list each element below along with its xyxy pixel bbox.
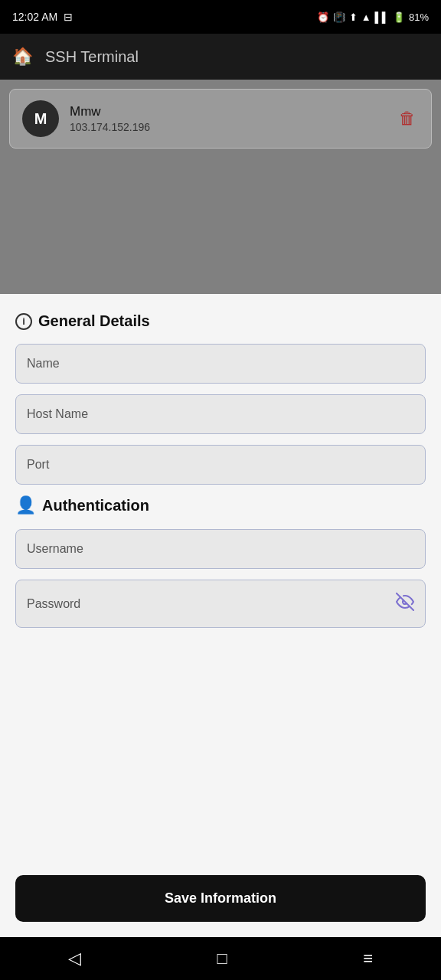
avatar: M	[22, 100, 59, 137]
delete-button[interactable]: 🗑	[396, 106, 419, 132]
port-field-container[interactable]	[15, 445, 426, 485]
connection-name: Mmw	[70, 104, 150, 119]
signal-icon: ▌▌	[375, 11, 389, 23]
vibrate-icon: 📳	[333, 11, 345, 23]
home-icon[interactable]: 🏠	[12, 47, 33, 67]
hostname-field-container[interactable]	[15, 394, 426, 434]
connection-card-left: M Mmw 103.174.152.196	[22, 100, 150, 137]
nav-bar: ◁ □ ≡	[0, 937, 441, 980]
name-field-container[interactable]	[15, 344, 426, 384]
data-icon: ⬆	[349, 11, 358, 23]
home-nav-icon[interactable]: □	[201, 942, 242, 975]
status-bar-left: 12:02 AM ⊟	[12, 11, 73, 23]
port-input[interactable]	[27, 458, 414, 472]
username-field-container[interactable]	[15, 529, 426, 569]
password-input[interactable]	[27, 597, 396, 611]
form-area: i General Details 👤 Authentication	[0, 294, 441, 866]
general-details-title: General Details	[38, 312, 150, 330]
wifi-icon: ▲	[361, 11, 371, 23]
status-bar: 12:02 AM ⊟ ⏰ 📳 ⬆ ▲ ▌▌ 🔋 81%	[0, 0, 441, 34]
time-display: 12:02 AM	[12, 11, 57, 23]
connection-ip: 103.174.152.196	[70, 121, 150, 133]
sim-icon: ⊟	[64, 11, 73, 23]
battery-percent: 81%	[409, 11, 429, 23]
connection-list-area: M Mmw 103.174.152.196 🗑	[0, 80, 441, 294]
username-input[interactable]	[27, 542, 414, 556]
person-icon: 👤	[15, 495, 36, 515]
toggle-password-icon[interactable]	[396, 593, 414, 615]
password-field-container[interactable]	[15, 580, 426, 628]
app-title: SSH Terminal	[45, 48, 139, 66]
connection-card[interactable]: M Mmw 103.174.152.196 🗑	[9, 89, 432, 149]
connection-info: Mmw 103.174.152.196	[70, 104, 150, 133]
authentication-title: Authentication	[42, 497, 149, 514]
status-bar-right: ⏰ 📳 ⬆ ▲ ▌▌ 🔋 81%	[317, 11, 429, 23]
alarm-icon: ⏰	[317, 11, 329, 23]
save-button[interactable]: Save Information	[15, 875, 426, 922]
battery-icon: 🔋	[393, 11, 405, 23]
hostname-input[interactable]	[27, 407, 414, 421]
back-icon[interactable]: ◁	[53, 942, 96, 975]
save-button-container: Save Information	[0, 866, 441, 937]
general-details-header: i General Details	[15, 312, 426, 330]
info-icon: i	[15, 313, 32, 330]
name-input[interactable]	[27, 357, 414, 371]
app-bar: 🏠 SSH Terminal	[0, 34, 441, 80]
menu-icon[interactable]: ≡	[348, 942, 388, 975]
authentication-header: 👤 Authentication	[15, 495, 426, 515]
